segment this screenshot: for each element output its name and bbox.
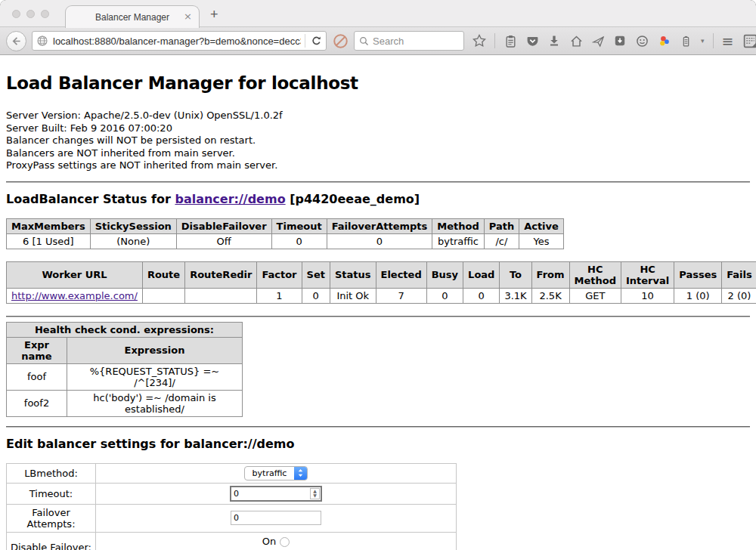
balancer-summary-header-row: MaxMembers StickySession DisableFailover… [7, 218, 564, 233]
cell-timeout: 0 [271, 233, 327, 249]
note-persist: Balancer changes will NOT be persisted o… [6, 134, 750, 147]
toolbar-separator-2 [713, 33, 714, 48]
cell-stickysession: (None) [90, 233, 176, 249]
worker-header-row: Worker URL Route RouteRedir Factor Set S… [7, 261, 756, 288]
bookmarks-sidebar-icon[interactable] [742, 32, 756, 49]
back-button[interactable] [6, 31, 26, 51]
note-inherit: Balancers are NOT inherited from main se… [6, 147, 750, 160]
back-arrow-icon [11, 36, 22, 47]
menu-hamburger-icon[interactable]: ≡ [722, 34, 734, 48]
col-method: Method [432, 218, 484, 233]
failover-attempts-label: Failover Attempts: [7, 504, 96, 532]
tab-close-icon[interactable]: × [184, 11, 192, 23]
lbmethod-select[interactable]: bytraffic [244, 466, 308, 480]
worker-url-link[interactable]: http://www.example.com/ [11, 290, 138, 301]
cell-from: 2.5K [531, 288, 569, 303]
tab-bar: Balancer Manager × + [0, 0, 756, 27]
home-icon[interactable] [569, 34, 583, 48]
cell-route [142, 288, 184, 303]
tab-balancer-manager[interactable]: Balancer Manager × [65, 5, 200, 28]
cell-path: /c/ [484, 233, 519, 249]
failover-off-option: Off [99, 548, 453, 550]
col-timeout: Timeout [271, 218, 327, 233]
zoom-window-button[interactable] [41, 10, 49, 18]
cell-load: 0 [463, 288, 500, 303]
cell-active: Yes [519, 233, 564, 249]
bookmark-star-icon[interactable] [472, 34, 486, 48]
col-expression: Expression [67, 337, 243, 363]
balancer-summary-table: MaxMembers StickySession DisableFailover… [6, 218, 564, 249]
failover-attempts-row: Failover Attempts: [7, 504, 457, 532]
col-path: Path [484, 218, 519, 233]
search-icon [359, 36, 369, 46]
health-check-table: Health check cond. expressions: Expr nam… [6, 322, 243, 417]
blocked-content-icon[interactable] [332, 32, 349, 49]
timeout-row: Timeout: 0 ▲▼ [7, 483, 457, 504]
status-heading: LoadBalancer Status for balancer://demo … [6, 192, 750, 206]
battery-icon[interactable] [679, 34, 692, 48]
toolbar-icons: ▾ ≡ [472, 32, 756, 49]
lbmethod-label: LBmethod: [7, 463, 96, 483]
toolbar-separator [494, 33, 495, 48]
new-tab-button[interactable]: + [210, 7, 218, 23]
col-active: Active [519, 218, 564, 233]
url-bar[interactable]: localhost:8880/balancer-manager?b=demo&n… [32, 31, 327, 51]
col-expr-name: Expr name [7, 337, 67, 363]
balancer-demo-link[interactable]: balancer://demo [175, 192, 285, 206]
cell-fails: 2 (0) [722, 288, 756, 303]
cell-busy: 0 [426, 288, 463, 303]
close-window-button[interactable] [12, 10, 20, 18]
window-controls[interactable] [12, 10, 49, 18]
col-hc-method: HC Method [569, 261, 621, 288]
reload-icon[interactable] [309, 34, 323, 48]
worker-table: Worker URL Route RouteRedir Factor Set S… [6, 261, 756, 304]
navigation-toolbar: localhost:8880/balancer-manager?b=demo&n… [0, 27, 756, 55]
site-identity-globe-icon[interactable] [36, 34, 49, 48]
firefox-account-dots-icon[interactable] [657, 34, 671, 48]
worker-row: http://www.example.com/ 1 0 Init Ok 7 0 … [7, 288, 756, 303]
on-label: On [262, 535, 276, 548]
health-row-foof: foof %{REQUEST_STATUS} =~ /^[234]/ [7, 363, 243, 390]
cell-passes: 1 (0) [674, 288, 722, 303]
cell-to: 3.1K [500, 288, 531, 303]
cell-hc-interval: 10 [621, 288, 674, 303]
server-info: Server Version: Apache/2.5.0-dev (Unix) … [6, 110, 750, 172]
search-bar[interactable]: Search [354, 31, 464, 51]
col-to: To [500, 261, 531, 288]
cell-elected: 7 [376, 288, 426, 303]
cell-failoverattempts: 0 [327, 233, 432, 249]
cell-method: bytraffic [432, 233, 484, 249]
battery-dropdown-caret-icon[interactable]: ▾ [701, 37, 705, 45]
col-busy: Busy [426, 261, 463, 288]
col-set: Set [302, 261, 330, 288]
failover-on-radio[interactable] [280, 537, 290, 547]
disable-failover-row: Disable Failover: On Off [7, 532, 457, 550]
number-spinner-icon[interactable]: ▲▼ [310, 488, 320, 499]
cell-routeredir [185, 288, 257, 303]
url-text[interactable]: localhost:8880/balancer-manager?b=demo&n… [53, 36, 301, 47]
status-heading-suffix: [p4420eeae_demo] [286, 192, 420, 206]
divider [6, 181, 750, 183]
status-heading-prefix: LoadBalancer Status for [6, 192, 175, 206]
timeout-input[interactable]: 0 ▲▼ [230, 486, 322, 502]
chat-smiley-icon[interactable] [635, 34, 649, 48]
health-title-row: Health check cond. expressions: [7, 322, 243, 337]
cell-expr-name-foof2: foof2 [7, 390, 67, 416]
send-tab-icon[interactable] [591, 34, 605, 48]
cell-factor: 1 [257, 288, 302, 303]
select-arrows-icon [294, 467, 307, 480]
col-maxmembers: MaxMembers [7, 218, 91, 233]
failover-attempts-input[interactable] [231, 511, 321, 525]
edit-balancer-form: LBmethod: bytraffic Timeout: 0 ▲▼ [6, 463, 457, 550]
cell-hc-method: GET [569, 288, 621, 303]
reading-list-icon[interactable] [503, 34, 517, 48]
col-from: From [531, 261, 569, 288]
minimize-window-button[interactable] [26, 10, 35, 18]
col-factor: Factor [257, 261, 302, 288]
col-status: Status [330, 261, 376, 288]
save-page-icon[interactable] [613, 34, 627, 48]
downloads-icon[interactable] [547, 34, 561, 48]
pocket-icon[interactable] [525, 34, 539, 48]
timeout-label: Timeout: [7, 483, 96, 504]
col-routeredir: RouteRedir [185, 261, 257, 288]
